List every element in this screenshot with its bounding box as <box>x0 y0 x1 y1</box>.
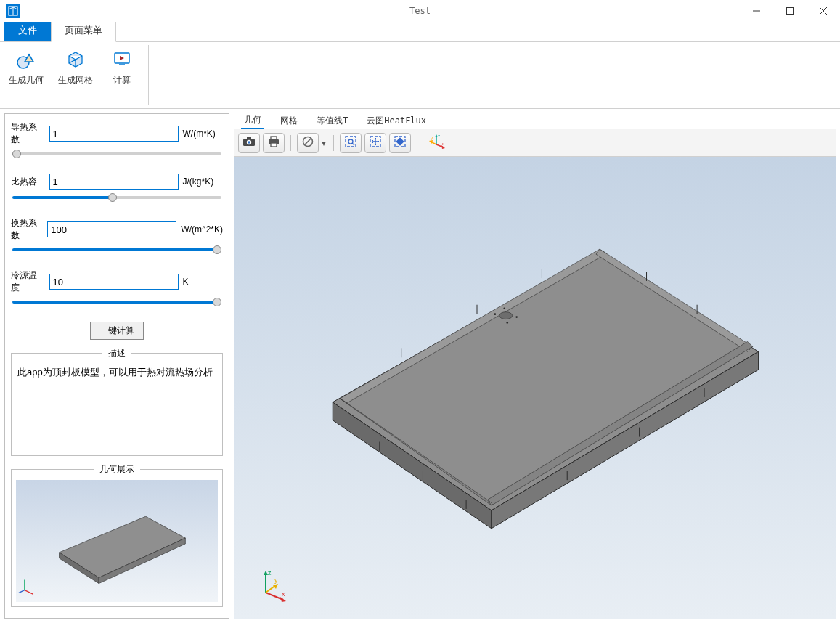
svg-marker-36 <box>429 140 433 144</box>
reset-view-button[interactable] <box>297 133 319 153</box>
window-controls <box>740 0 840 22</box>
toolbar-separator <box>290 135 291 151</box>
parameters-panel: 导热系数 W/(m*K) 比热容 J/(kg*K) 换热系数 W/(m^2*K)… <box>4 113 229 619</box>
3d-viewport[interactable]: z x y <box>234 157 836 619</box>
description-fieldset: 描述 此app为顶封板模型，可以用于热对流热场分析 <box>11 347 223 456</box>
geometry-preview-legend: 几何展示 <box>94 463 140 476</box>
axis-orientation-button[interactable]: z x y <box>427 133 449 153</box>
svg-line-65 <box>266 593 283 600</box>
close-button[interactable] <box>807 0 840 22</box>
view-tabs: 几何 网格 等值线T 云图HeatFlux <box>234 113 836 129</box>
specific-heat-label: 比热容 <box>11 176 45 188</box>
view-tab-cloudmap[interactable]: 云图HeatFlux <box>364 113 429 129</box>
cold-source-temp-input[interactable] <box>49 274 179 290</box>
thermal-conductivity-row: 导热系数 W/(m*K) <box>11 121 223 146</box>
dropdown-arrow-icon[interactable]: ▾ <box>322 138 327 148</box>
3d-model <box>234 157 836 619</box>
minimize-button[interactable] <box>740 0 773 22</box>
toolbar-separator <box>333 135 334 151</box>
svg-text:y: y <box>431 136 433 140</box>
cold-source-temp-label: 冷源温度 <box>11 269 45 294</box>
svg-point-51 <box>506 322 508 324</box>
geometry-icon <box>15 48 38 71</box>
svg-rect-22 <box>271 143 277 147</box>
svg-line-24 <box>305 139 311 145</box>
svg-rect-30 <box>396 137 404 145</box>
thermal-conductivity-slider[interactable] <box>12 152 221 155</box>
view-tab-mesh[interactable]: 网格 <box>277 113 301 129</box>
description-text: 此app为顶封板模型，可以用于热对流热场分析 <box>16 364 218 451</box>
zoom-selected-button[interactable] <box>389 133 411 153</box>
zoom-extents-button[interactable] <box>364 133 386 153</box>
svg-point-48 <box>494 313 497 315</box>
generate-geometry-label: 生成几何 <box>9 74 44 86</box>
ribbon: 生成几何 生成网格 计算 <box>0 42 840 109</box>
axis-x-label: x <box>282 590 285 598</box>
view-toolbar: ▾ z x y <box>234 129 836 157</box>
zoom-box-button[interactable] <box>340 133 362 153</box>
generate-mesh-button[interactable]: 生成网格 <box>54 45 97 105</box>
generate-mesh-label: 生成网格 <box>58 74 93 86</box>
thermal-conductivity-label: 导热系数 <box>11 121 45 146</box>
axis-y-label: y <box>274 577 278 584</box>
cold-source-temp-row: 冷源温度 K <box>11 269 223 294</box>
axis-triad-icon: z x y <box>429 133 446 152</box>
zoom-extents-icon <box>369 135 382 150</box>
svg-marker-8 <box>120 56 124 60</box>
svg-text:x: x <box>442 142 444 146</box>
svg-text:z: z <box>438 134 440 138</box>
svg-point-47 <box>499 312 513 319</box>
thermal-conductivity-input[interactable] <box>49 126 179 142</box>
view-tab-contour[interactable]: 等值线T <box>314 113 351 129</box>
camera-icon <box>242 136 256 150</box>
zoom-box-icon <box>344 135 357 150</box>
maximize-button[interactable] <box>773 0 807 22</box>
main-view: 几何 网格 等值线T 云图HeatFlux ▾ <box>234 113 836 619</box>
window-title: Test <box>409 6 431 16</box>
axis-z-label: z <box>268 569 272 577</box>
titlebar: Test <box>0 0 840 22</box>
generate-geometry-button[interactable]: 生成几何 <box>4 45 48 105</box>
cold-source-temp-slider[interactable] <box>12 301 221 304</box>
specific-heat-row: 比热容 J/(kg*K) <box>11 174 223 190</box>
heat-transfer-input[interactable] <box>47 221 176 237</box>
axis-gizmo: z x y <box>256 568 285 597</box>
heat-transfer-slider[interactable] <box>12 248 221 251</box>
printer-icon <box>267 136 280 150</box>
preview-canvas <box>16 480 218 602</box>
geometry-preview <box>16 480 218 602</box>
heat-transfer-label: 换热系数 <box>11 217 43 242</box>
svg-line-15 <box>19 590 25 593</box>
view-tab-geometry[interactable]: 几何 <box>241 113 264 129</box>
svg-line-27 <box>352 143 354 145</box>
specific-heat-slider[interactable] <box>12 196 221 199</box>
compute-label: 计算 <box>113 74 131 86</box>
compute-button[interactable]: 计算 <box>103 45 141 105</box>
no-entry-icon <box>302 136 314 150</box>
thermal-conductivity-unit: W/(m*K) <box>183 129 223 139</box>
svg-point-50 <box>503 307 505 309</box>
svg-rect-2 <box>787 8 794 15</box>
one-click-compute-button[interactable]: 一键计算 <box>90 322 144 340</box>
svg-point-49 <box>515 316 518 318</box>
mesh-icon <box>64 48 87 71</box>
print-button[interactable] <box>263 133 285 153</box>
specific-heat-unit: J/(kg*K) <box>183 176 223 187</box>
tab-file[interactable]: 文件 <box>4 19 51 41</box>
description-legend: 描述 <box>102 347 131 359</box>
app-icon <box>6 4 20 18</box>
snapshot-button[interactable] <box>238 133 260 153</box>
svg-marker-66 <box>280 597 286 602</box>
geometry-preview-fieldset: 几何展示 <box>11 463 223 607</box>
svg-line-14 <box>25 590 33 595</box>
heat-transfer-unit: W/(m^2*K) <box>181 224 223 235</box>
specific-heat-input[interactable] <box>49 174 179 190</box>
zoom-selected-icon <box>394 135 407 150</box>
heat-transfer-row: 换热系数 W/(m^2*K) <box>11 217 223 242</box>
tab-page-menu[interactable]: 页面菜单 <box>51 19 116 42</box>
svg-rect-17 <box>247 137 251 139</box>
content-area: 导热系数 W/(m*K) 比热容 J/(kg*K) 换热系数 W/(m^2*K)… <box>0 109 840 623</box>
cold-source-temp-unit: K <box>183 277 223 287</box>
svg-point-19 <box>248 141 250 144</box>
ribbon-group: 生成几何 生成网格 计算 <box>4 45 149 105</box>
